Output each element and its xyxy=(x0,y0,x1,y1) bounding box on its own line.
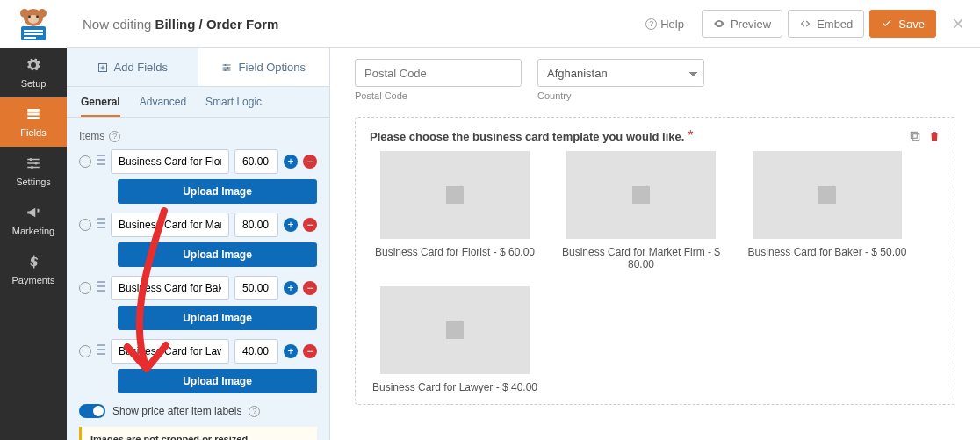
add-choice-button[interactable]: + xyxy=(284,218,298,232)
drag-handle-icon[interactable] xyxy=(97,280,105,296)
code-icon xyxy=(799,18,811,30)
svg-point-1 xyxy=(20,9,29,18)
nav-setup[interactable]: Setup xyxy=(0,48,67,97)
template-card[interactable]: Business Card for Florist - $ 60.00 xyxy=(370,151,540,270)
tab-field-options[interactable]: Field Options xyxy=(198,48,330,86)
svg-rect-24 xyxy=(223,69,231,70)
svg-rect-8 xyxy=(24,33,43,35)
choice-name-input[interactable] xyxy=(111,213,229,237)
add-choice-button[interactable]: + xyxy=(284,155,298,169)
svg-point-23 xyxy=(227,67,229,69)
page-title: Now editing Billing / Order Form xyxy=(83,17,278,32)
postal-code-input[interactable] xyxy=(355,59,522,87)
template-card[interactable]: Business Card for Baker - $ 50.00 xyxy=(742,151,912,270)
card-caption: Business Card for Market Firm - $ 80.00 xyxy=(556,246,726,270)
choice-price-input[interactable] xyxy=(234,276,278,300)
svg-rect-35 xyxy=(97,344,105,346)
template-card[interactable]: Business Card for Lawyer - $ 40.00 xyxy=(370,286,540,393)
nav-settings-label: Settings xyxy=(16,177,51,187)
drag-handle-icon[interactable] xyxy=(97,343,105,359)
choice-radio[interactable] xyxy=(79,282,91,294)
svg-rect-38 xyxy=(913,134,919,141)
svg-rect-31 xyxy=(97,227,105,228)
help-icon[interactable]: ? xyxy=(249,406,260,417)
choice-price-input[interactable] xyxy=(234,149,278,174)
eye-icon xyxy=(713,18,725,30)
app-logo xyxy=(0,0,67,48)
nav-fields[interactable]: Fields xyxy=(0,97,67,147)
card-caption: Business Card for Florist - $ 60.00 xyxy=(375,246,535,258)
card-template-field[interactable]: Please choose the business card template… xyxy=(355,117,955,405)
svg-point-25 xyxy=(225,69,227,71)
close-button[interactable]: × xyxy=(952,11,964,36)
add-choice-button[interactable]: + xyxy=(284,344,298,358)
show-price-toggle[interactable] xyxy=(79,404,105,418)
svg-rect-12 xyxy=(27,117,40,119)
top-bar: Now editing Billing / Order Form ?Help P… xyxy=(67,0,980,48)
upload-image-button[interactable]: Upload Image xyxy=(118,179,317,204)
nav-marketing[interactable]: Marketing xyxy=(0,196,67,245)
choice-price-input[interactable] xyxy=(234,339,278,364)
svg-rect-9 xyxy=(24,37,36,39)
upload-image-button[interactable]: Upload Image xyxy=(118,306,317,330)
check-icon xyxy=(881,18,893,30)
tab-general[interactable]: General xyxy=(81,96,120,117)
nav-settings[interactable]: Settings xyxy=(0,147,67,196)
help-icon: ? xyxy=(645,18,657,30)
country-select[interactable]: Afghanistan xyxy=(537,59,704,87)
svg-point-14 xyxy=(30,158,32,161)
items-label: Items xyxy=(79,130,104,142)
upload-image-button[interactable]: Upload Image xyxy=(118,242,317,267)
gear-icon xyxy=(25,57,41,75)
bullhorn-icon xyxy=(25,205,41,222)
card-caption: Business Card for Lawyer - $ 40.00 xyxy=(372,381,537,393)
tab-advanced[interactable]: Advanced xyxy=(140,96,186,117)
dollar-icon xyxy=(25,254,41,271)
tab-smart-logic[interactable]: Smart Logic xyxy=(205,96,262,117)
show-price-label: Show price after item labels xyxy=(112,405,241,417)
choice-name-input[interactable] xyxy=(111,149,229,174)
svg-point-42 xyxy=(822,190,825,193)
drag-handle-icon[interactable] xyxy=(97,154,105,170)
choice-name-input[interactable] xyxy=(111,339,229,364)
tab-add-fields[interactable]: Add Fields xyxy=(67,48,198,86)
save-button[interactable]: Save xyxy=(869,10,936,38)
form-canvas: Postal Code Afghanistan Country Please c… xyxy=(330,48,980,440)
upload-image-button[interactable]: Upload Image xyxy=(118,369,317,393)
svg-rect-27 xyxy=(97,159,105,161)
svg-point-5 xyxy=(36,15,39,18)
image-icon xyxy=(812,182,842,208)
choice-name-input[interactable] xyxy=(111,276,229,300)
drag-handle-icon[interactable] xyxy=(97,217,105,233)
svg-point-43 xyxy=(450,325,453,328)
image-placeholder xyxy=(566,151,716,239)
choice-radio[interactable] xyxy=(79,219,91,231)
trash-icon[interactable] xyxy=(928,130,940,142)
svg-rect-39 xyxy=(911,132,917,138)
svg-rect-26 xyxy=(97,155,105,156)
remove-choice-button[interactable]: − xyxy=(303,281,317,295)
choice-radio[interactable] xyxy=(79,155,91,168)
svg-rect-7 xyxy=(24,30,43,32)
nav-payments[interactable]: Payments xyxy=(0,245,67,294)
plus-box-icon xyxy=(97,62,108,73)
svg-rect-28 xyxy=(97,163,105,165)
add-choice-button[interactable]: + xyxy=(284,281,298,295)
template-card[interactable]: Business Card for Market Firm - $ 80.00 xyxy=(556,151,726,270)
choice-radio[interactable] xyxy=(79,345,91,357)
svg-rect-30 xyxy=(97,222,105,224)
help-link[interactable]: ?Help xyxy=(645,18,684,31)
remove-choice-button[interactable]: − xyxy=(303,155,317,169)
info-note: Images are not cropped or resized. For b… xyxy=(79,427,317,440)
svg-rect-36 xyxy=(97,349,105,350)
preview-button[interactable]: Preview xyxy=(702,10,782,38)
svg-rect-33 xyxy=(97,285,105,287)
choice-price-input[interactable] xyxy=(234,213,278,237)
remove-choice-button[interactable]: − xyxy=(303,218,317,232)
svg-rect-11 xyxy=(27,113,40,116)
remove-choice-button[interactable]: − xyxy=(303,344,317,358)
embed-button[interactable]: Embed xyxy=(788,10,864,38)
svg-point-41 xyxy=(636,190,639,193)
duplicate-icon[interactable] xyxy=(909,130,921,142)
help-icon[interactable]: ? xyxy=(109,131,120,142)
